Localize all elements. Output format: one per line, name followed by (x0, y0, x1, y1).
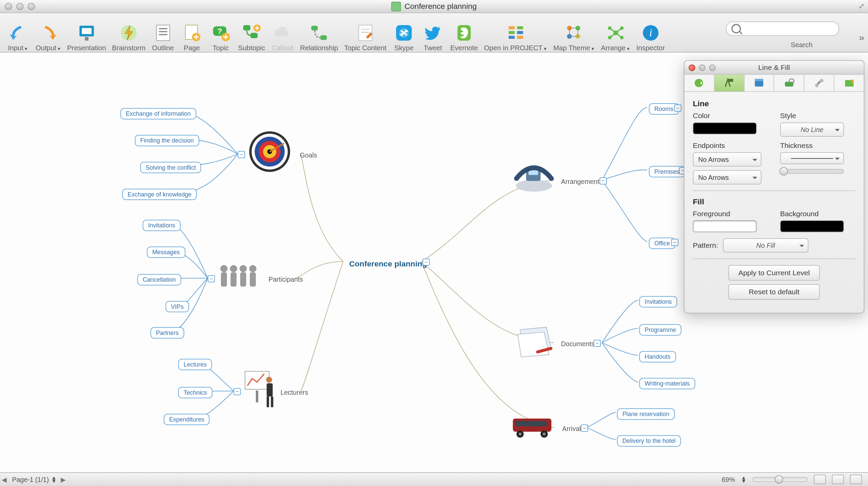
toolbar-topic-content[interactable]: Topic Content (342, 14, 389, 51)
zoom-slider[interactable] (752, 477, 808, 482)
statusbar: ◀ Page-1 (1/1) ▲▼ ▶ 69% ▲▼ (0, 472, 868, 486)
expander-lecturers[interactable]: − (233, 388, 241, 395)
search-input[interactable] (726, 21, 839, 36)
node-arrival-1[interactable]: Delivery to the hotel (617, 435, 681, 446)
next-page-button[interactable]: ▶ (59, 475, 68, 483)
document-icon (391, 1, 401, 11)
expander-goals[interactable]: − (238, 151, 245, 158)
toolbar-page[interactable]: Page (178, 14, 206, 51)
toolbar-label: Topic Content (344, 44, 386, 51)
toolbar-topic[interactable]: ?Topic (207, 14, 235, 51)
toolbar-subtopic[interactable]: Subtopic (236, 14, 268, 51)
toolbar-presentation[interactable]: Presentation (65, 14, 109, 51)
inspector-titlebar[interactable]: Line & Fill (684, 61, 864, 74)
node-goals-2[interactable]: Solving the conflict (140, 162, 201, 173)
view-mode-2[interactable] (832, 475, 844, 484)
expander-arrival[interactable]: − (581, 425, 588, 432)
node-arrival-0[interactable]: Plane reservation (617, 408, 675, 419)
view-mode-3[interactable] (850, 475, 862, 484)
documents-icon (515, 326, 556, 359)
zoom-stepper[interactable]: ▲▼ (741, 476, 747, 483)
toolbar-open-in-project[interactable]: Open in PROJECT▼ (482, 14, 550, 51)
node-documents-3[interactable]: Writing-materials (639, 378, 695, 389)
toolbar-callout: Callout (269, 14, 297, 51)
node-participants-0[interactable]: Invitations (143, 220, 181, 231)
inspector-tab-6[interactable] (834, 75, 864, 91)
toolbar-arrange[interactable]: Arrange▼ (599, 14, 633, 51)
topic-goals[interactable]: Goals (295, 150, 322, 161)
inspector-tab-1[interactable] (684, 75, 714, 91)
expander-participants[interactable]: − (208, 275, 215, 282)
toolbar-input[interactable]: Input▼ (4, 14, 32, 51)
toolbar-output[interactable]: Output▼ (33, 14, 64, 51)
svg-rect-61 (267, 396, 269, 407)
node-documents-1[interactable]: Programme (639, 324, 682, 335)
background-swatch[interactable] (780, 220, 844, 232)
toolbar-tweet[interactable]: Tweet (419, 14, 447, 51)
node-lecturers-0[interactable]: Lectures (178, 359, 212, 370)
titlebar[interactable]: Conference planning ⤢ (0, 0, 868, 13)
toolbar-brainstorm[interactable]: Brainstorm (110, 14, 148, 51)
expander-arrangement[interactable]: − (600, 177, 607, 184)
view-mode-1[interactable] (814, 475, 826, 484)
toolbar-evernote[interactable]: Evernote (448, 14, 480, 51)
node-participants-4[interactable]: Partners (150, 327, 184, 338)
toolbar-map-theme[interactable]: Map Theme▼ (551, 14, 597, 51)
phone-icon (513, 162, 555, 195)
node-participants-1[interactable]: Messages (147, 247, 185, 258)
thickness-select[interactable] (780, 152, 844, 164)
svg-rect-76 (755, 79, 763, 81)
node-goals-0[interactable]: Exchange of information (120, 108, 196, 119)
node-participants-2[interactable]: Cancellation (137, 274, 181, 285)
inspector-tab-5[interactable] (804, 75, 834, 91)
page-stepper[interactable]: ▲▼ (51, 476, 57, 483)
line-style-select[interactable]: No Line (780, 123, 844, 137)
svg-text:i: i (649, 27, 652, 39)
line-color-swatch[interactable] (693, 123, 757, 134)
reset-button[interactable]: Reset to default (728, 284, 820, 300)
toolbar-skype[interactable]: Skype (390, 14, 418, 51)
node-goals-1[interactable]: Finding the decision (135, 135, 199, 146)
toolbar-label: Input▼ (8, 44, 28, 51)
toolbar-relationship[interactable]: Relationship (298, 14, 340, 51)
apply-button[interactable]: Apply to Current Level (728, 265, 820, 281)
node-lecturers-2[interactable]: Expenditures (164, 414, 210, 425)
page-selector[interactable]: Page-1 (1/1) ▲▼ (12, 476, 56, 483)
svg-rect-29 (517, 31, 523, 34)
toolbar-label: Outline (152, 44, 174, 51)
toolbar-outline[interactable]: Outline (149, 14, 177, 51)
topic-documents[interactable]: Documents (556, 338, 599, 349)
pattern-select[interactable]: No Fill (723, 238, 809, 253)
svg-point-79 (815, 83, 818, 87)
topic-participants[interactable]: Participants (264, 274, 308, 285)
expander-rooms[interactable]: − (674, 105, 681, 112)
center-topic[interactable]: Conference planning (344, 257, 432, 270)
expander-documents[interactable]: − (593, 340, 601, 347)
topic-lecturers[interactable]: Lecturers (276, 387, 313, 398)
node-lecturers-1[interactable]: Technics (178, 387, 212, 398)
topic-arrangement[interactable]: Arrangement (556, 176, 604, 187)
node-goals-3[interactable]: Exchange of knowledge (122, 189, 197, 200)
node-documents-0[interactable]: Invitations (639, 296, 677, 307)
endpoint-start-select[interactable]: No Arrows (693, 152, 761, 167)
prev-page-button[interactable]: ◀ (0, 475, 8, 483)
fullscreen-icon[interactable]: ⤢ (858, 2, 865, 10)
expander-office[interactable]: − (671, 239, 678, 246)
thickness-slider[interactable] (780, 169, 844, 174)
svg-point-53 (240, 265, 247, 272)
outline-icon (151, 23, 174, 42)
topic-content-icon (354, 23, 377, 42)
inspector-panel[interactable]: Line & Fill Line Color Style No Line (684, 60, 864, 314)
endpoint-end-select[interactable]: No Arrows (693, 170, 761, 184)
toolbar-overflow-icon[interactable]: » (859, 32, 865, 43)
inspector-tab-4[interactable] (774, 75, 804, 91)
inspector-tab-line-fill[interactable] (714, 75, 744, 91)
svg-rect-54 (240, 272, 246, 286)
inspector-tab-3[interactable] (744, 75, 774, 91)
center-expander[interactable]: − (422, 259, 430, 266)
foreground-swatch[interactable] (693, 220, 757, 232)
background-label: Background (780, 209, 855, 218)
toolbar-inspector[interactable]: iInspector (634, 14, 667, 51)
node-documents-2[interactable]: Handouts (639, 351, 676, 362)
node-participants-3[interactable]: VIPs (166, 301, 189, 312)
